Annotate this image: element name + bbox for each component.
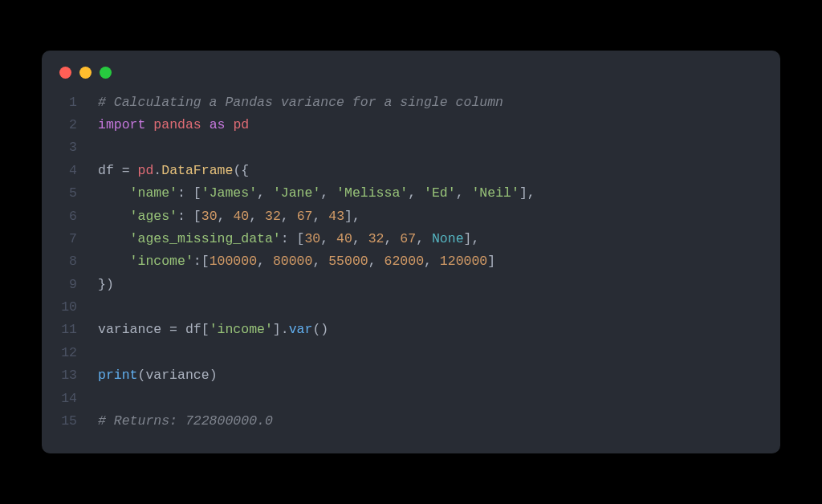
- line-source: # Calculating a Pandas variance for a si…: [98, 91, 503, 114]
- code-line: 5 'name': ['James', 'Jane', 'Melissa', '…: [42, 182, 780, 205]
- line-source: import pandas as pd: [98, 114, 249, 136]
- window-zoom-icon[interactable]: [100, 67, 112, 79]
- code-line: 13print(variance): [42, 364, 780, 387]
- code-line: 15# Returns: 722800000.0: [42, 410, 780, 433]
- line-source: variance = df['income'].var(): [98, 319, 328, 341]
- code-line: 14: [42, 388, 780, 410]
- line-number: 5: [42, 182, 98, 205]
- code-editor: 1# Calculating a Pandas variance for a s…: [42, 87, 780, 433]
- line-source: 'ages_missing_data': [30, 40, 32, 67, No…: [98, 228, 479, 250]
- line-number: 4: [42, 160, 98, 182]
- line-number: 8: [42, 250, 98, 273]
- line-source: }): [98, 274, 114, 296]
- window-close-icon[interactable]: [59, 67, 71, 79]
- code-line: 4df = pd.DataFrame({: [42, 160, 780, 182]
- code-line: 3: [42, 136, 780, 159]
- code-line: 6 'ages': [30, 40, 32, 67, 43],: [42, 205, 780, 228]
- code-line: 9}): [42, 274, 780, 296]
- line-number: 3: [42, 136, 98, 159]
- line-source: 'ages': [30, 40, 32, 67, 43],: [98, 205, 360, 228]
- line-source: print(variance): [98, 364, 218, 387]
- line-number: 7: [42, 228, 98, 250]
- code-line: 10: [42, 296, 780, 319]
- line-source: df = pd.DataFrame({: [98, 160, 249, 182]
- line-number: 6: [42, 205, 98, 228]
- line-source: # Returns: 722800000.0: [98, 410, 273, 433]
- line-number: 11: [42, 319, 98, 341]
- line-number: 2: [42, 114, 98, 136]
- line-source: 'income':[100000, 80000, 55000, 62000, 1…: [98, 250, 495, 273]
- code-line: 1# Calculating a Pandas variance for a s…: [42, 91, 780, 114]
- window-minimize-icon[interactable]: [79, 67, 92, 79]
- line-source: 'name': ['James', 'Jane', 'Melissa', 'Ed…: [98, 182, 535, 205]
- code-line: 2import pandas as pd: [42, 114, 780, 136]
- code-line: 7 'ages_missing_data': [30, 40, 32, 67, …: [42, 228, 780, 250]
- code-line: 12: [42, 342, 780, 364]
- line-number: 13: [42, 364, 98, 387]
- code-line: 8 'income':[100000, 80000, 55000, 62000,…: [42, 250, 780, 273]
- line-number: 15: [42, 410, 98, 433]
- code-window: 1# Calculating a Pandas variance for a s…: [42, 51, 780, 454]
- line-number: 12: [42, 342, 98, 364]
- line-number: 9: [42, 274, 98, 296]
- code-line: 11variance = df['income'].var(): [42, 319, 780, 341]
- line-number: 1: [42, 91, 98, 114]
- line-number: 14: [42, 388, 98, 410]
- window-titlebar: [42, 51, 780, 87]
- line-number: 10: [42, 296, 98, 319]
